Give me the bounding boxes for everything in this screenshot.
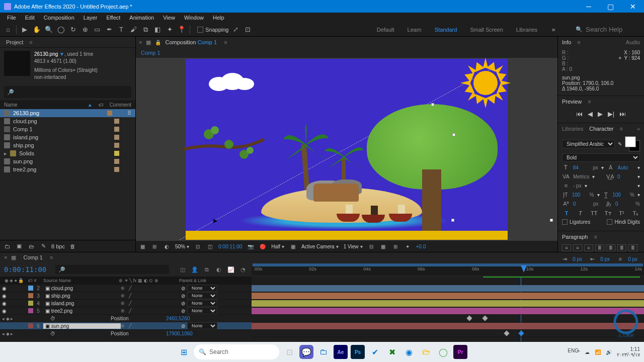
comp-mini-icon[interactable]: ◫ xyxy=(178,265,187,274)
hindi-checkbox[interactable] xyxy=(607,219,612,225)
cloud-layer[interactable] xyxy=(204,70,259,95)
subscript-icon[interactable]: T₁ xyxy=(631,209,640,217)
workspace-overflow-icon[interactable]: » xyxy=(548,25,558,35)
menu-window[interactable]: Window xyxy=(180,14,208,22)
layer-row[interactable]: ◉2 ▣ cloud.png ⊛ ╱ ⊘ None xyxy=(0,285,252,292)
justify-center-icon[interactable]: ≣ xyxy=(606,244,615,251)
prev-frame-icon[interactable]: ◀ xyxy=(588,110,593,118)
interpret-footage-icon[interactable]: 🗀 xyxy=(3,242,11,250)
ae-taskbar-icon[interactable]: Ae xyxy=(334,345,348,359)
xbox-taskbar-icon[interactable]: ✖ xyxy=(385,345,399,359)
shy-icon[interactable]: 👤 xyxy=(190,265,199,274)
hand-tool-icon[interactable]: ✋ xyxy=(32,25,42,35)
justify-left-icon[interactable]: ≣ xyxy=(595,244,604,251)
taskbar-clock[interactable]: 1:11 ٢٠٢٣/٠٩/١٧ xyxy=(617,346,640,357)
active-camera[interactable]: Active Camera xyxy=(301,244,335,249)
channel-icon[interactable]: 🔴 xyxy=(259,243,266,250)
adjustment-icon[interactable]: ◔ xyxy=(238,265,248,274)
sun-layer[interactable] xyxy=(460,58,511,108)
resolution[interactable]: Half xyxy=(271,244,280,249)
font-family-select[interactable]: Simplified Arabic xyxy=(562,140,615,148)
pen-tool-icon[interactable]: ✒ xyxy=(104,25,114,35)
menu-edit[interactable]: Edit xyxy=(21,14,39,22)
composition-viewer[interactable]: ➤ xyxy=(136,58,557,241)
comp-close-icon[interactable]: × xyxy=(139,39,142,45)
roi-icon[interactable]: ◫ xyxy=(206,243,213,250)
play-icon[interactable]: ▶ xyxy=(598,110,603,118)
all-caps-icon[interactable]: TT xyxy=(590,209,599,217)
res-icon[interactable]: ⊡ xyxy=(194,243,201,250)
chat-icon[interactable]: 💬 xyxy=(299,345,313,359)
shape-tool-icon[interactable]: ▭ xyxy=(92,25,102,35)
start-button[interactable]: ⊞ xyxy=(177,345,191,359)
vf-ic-d[interactable]: ✦ xyxy=(404,243,411,250)
project-item[interactable]: ship.png xyxy=(0,141,135,149)
timeline-tab[interactable]: Comp 1 xyxy=(20,253,46,261)
col-name[interactable]: Name xyxy=(4,102,82,108)
menu-view[interactable]: View xyxy=(159,14,179,22)
timeline-search[interactable]: 🔎 xyxy=(55,265,169,274)
clone-tool-icon[interactable]: ⧉ xyxy=(140,25,150,35)
project-item[interactable]: 26130.png⠿ xyxy=(0,109,135,117)
workspace-small[interactable]: Small Screen xyxy=(468,25,505,35)
project-item[interactable]: tree2.png xyxy=(0,165,135,173)
last-frame-icon[interactable]: ⏭ xyxy=(619,110,626,118)
eyedropper-icon[interactable]: ✎ xyxy=(618,141,622,147)
explorer-taskbar-icon[interactable]: 🗁 xyxy=(419,345,433,359)
new-folder-icon[interactable]: 🗁 xyxy=(27,242,35,250)
property-row[interactable]: ◂ ◆ ▸ ⏱ Position 17900,1060 xyxy=(0,330,252,337)
layer-row[interactable]: 6 ▣ sun.png ⊛ ╱ ⊘ None xyxy=(0,322,252,330)
brush-tool-icon[interactable]: 🖌 xyxy=(128,25,138,35)
bpc-label[interactable]: 8 bpc xyxy=(51,243,65,249)
project-tab[interactable]: Project xyxy=(3,38,26,46)
layer-row[interactable]: ◉5 ▣ tree2.png ⊛ ╱ ⊘ None xyxy=(0,307,252,315)
zoom-value[interactable]: 50% xyxy=(175,244,185,249)
project-search[interactable]: 🔎 xyxy=(4,86,131,98)
roto-tool-icon[interactable]: ✦ xyxy=(165,25,175,35)
new-comp-icon[interactable]: ▣ xyxy=(15,242,23,250)
type-tool-icon[interactable]: T xyxy=(116,25,126,35)
workspace-libraries[interactable]: Libraries xyxy=(514,25,539,35)
workspace-learn[interactable]: Learn xyxy=(406,25,424,35)
workspace-default[interactable]: Default xyxy=(375,25,396,35)
tree2-layer[interactable] xyxy=(367,104,498,240)
project-item[interactable]: cloud.png xyxy=(0,117,135,125)
menu-layer[interactable]: Layer xyxy=(79,14,102,22)
guides-icon[interactable]: ⊞ xyxy=(151,243,158,250)
first-frame-icon[interactable]: ⏮ xyxy=(576,110,583,118)
maximize-button[interactable]: ▢ xyxy=(603,2,618,12)
ps-taskbar-icon[interactable]: Ps xyxy=(351,345,365,359)
view-layout[interactable]: 1 View xyxy=(344,244,359,249)
faux-bold-icon[interactable]: T xyxy=(562,209,571,217)
justify-right-icon[interactable]: ≣ xyxy=(617,244,626,251)
col-comment[interactable]: Comment xyxy=(110,102,131,108)
vf-ic-b[interactable]: ▦ xyxy=(380,243,387,250)
rotate-tool-icon[interactable]: ↻ xyxy=(68,25,78,35)
snap-opt1-icon[interactable]: ⤢ xyxy=(231,25,241,35)
fill-swatch[interactable] xyxy=(625,136,636,147)
ligatures-checkbox[interactable] xyxy=(562,219,568,225)
property-row[interactable]: ◂ ◆ ▸ ⏱ Position 2460,5260 xyxy=(0,315,252,322)
search-help-input[interactable] xyxy=(586,26,641,33)
files-icon[interactable]: 🗀 xyxy=(316,345,331,359)
snap-opt2-icon[interactable]: ⊡ xyxy=(243,25,253,35)
exposure[interactable]: +0.0 xyxy=(416,244,426,249)
transparency-icon[interactable]: ▦ xyxy=(289,243,296,250)
minimize-button[interactable]: ─ xyxy=(582,2,595,12)
workspace-standard[interactable]: Standard xyxy=(433,25,459,35)
breadcrumb[interactable]: Comp 1 xyxy=(141,50,160,56)
home-icon[interactable]: ⌂ xyxy=(3,25,13,35)
orbit-tool-icon[interactable]: ◯ xyxy=(56,25,66,35)
small-caps-icon[interactable]: Tᴛ xyxy=(603,209,612,217)
vf-ic-c[interactable]: ⊞ xyxy=(392,243,399,250)
eraser-tool-icon[interactable]: ◧ xyxy=(152,25,163,35)
timeline-tracks[interactable] xyxy=(252,277,644,341)
snapshot-icon[interactable]: 📷 xyxy=(247,243,254,250)
pr-taskbar-icon[interactable]: Pr xyxy=(453,345,467,359)
motion-blur-icon[interactable]: ◐ xyxy=(214,265,223,274)
check-taskbar-icon[interactable]: ✔ xyxy=(368,345,382,359)
language-indicator[interactable]: ENG xyxy=(568,348,579,353)
ship-layer[interactable] xyxy=(337,207,360,222)
mask-icon[interactable]: ◐ xyxy=(163,243,170,250)
time-ruler[interactable]: :00s02s04s06s08s10s12s14s xyxy=(252,262,644,277)
